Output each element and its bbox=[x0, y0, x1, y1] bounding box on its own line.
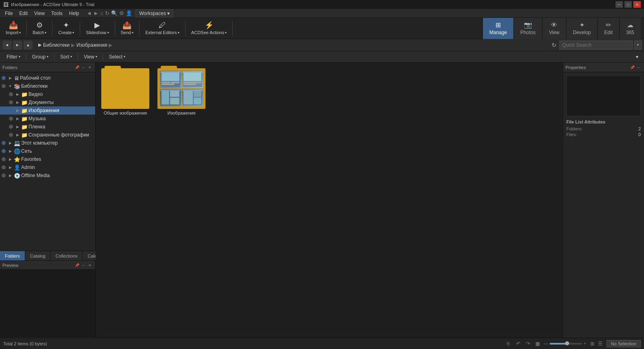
status-redo-button[interactable]: ↷ bbox=[524, 340, 532, 347]
view-button[interactable]: View ▾ bbox=[81, 53, 100, 61]
sort-button[interactable]: Sort ▾ bbox=[57, 53, 75, 61]
view-thumbnail-button[interactable]: ⊞ bbox=[589, 340, 596, 347]
breadcrumb-images[interactable]: Изображения bbox=[76, 42, 107, 48]
panel-minimize-button[interactable]: ─ bbox=[81, 65, 86, 70]
nav-refresh-icon[interactable]: ↻ bbox=[105, 10, 109, 16]
content-area[interactable]: Общие изображения bbox=[96, 63, 563, 338]
status-undo-button[interactable]: ↶ bbox=[515, 340, 522, 347]
tab-collections[interactable]: Collections bbox=[51, 251, 83, 260]
folder-item-images[interactable]: Изображения bbox=[155, 66, 208, 118]
external-editors-button[interactable]: 🖊 External Editors ▾ bbox=[143, 19, 182, 38]
tree-toggle-network[interactable]: ▶ bbox=[7, 148, 13, 154]
send-button[interactable]: 📤 Send ▾ bbox=[118, 19, 136, 38]
tree-item-saved-photos[interactable]: ▶ 📁 Сохраненные фотографии bbox=[0, 131, 95, 139]
tree-toggle-favorites[interactable]: ▶ bbox=[7, 156, 13, 162]
tree-toggle-computer[interactable]: ▶ bbox=[7, 140, 13, 146]
nav-user-icon[interactable]: 👤 bbox=[126, 10, 132, 16]
preview-cell-2 bbox=[182, 71, 203, 88]
toolbar-sep-2 bbox=[52, 21, 52, 36]
tree-item-network[interactable]: ▶ 🌐 Сеть bbox=[0, 147, 95, 155]
view-mode-toggle[interactable]: ▾ bbox=[633, 53, 641, 61]
tree-toggle-offline-media[interactable]: ▶ bbox=[7, 173, 13, 178]
preview-pin-button[interactable]: 📌 bbox=[74, 262, 80, 268]
nav-forward-icon[interactable]: ► bbox=[93, 10, 98, 16]
nav-back-icon[interactable]: ◄ bbox=[87, 10, 92, 16]
tree-toggle-images[interactable]: ▶ bbox=[15, 108, 20, 113]
tree-toggle-film[interactable]: ▶ bbox=[15, 124, 20, 130]
search-dropdown-button[interactable]: ▾ bbox=[634, 41, 642, 50]
tree-item-libraries[interactable]: ▼ 📚 Библиотеки bbox=[0, 82, 95, 90]
mode-photos[interactable]: 📷 Photos bbox=[513, 18, 542, 39]
slideshow-icon: ▶ bbox=[94, 22, 100, 29]
tree-toggle-admin[interactable]: ▶ bbox=[7, 165, 13, 170]
quick-search-input[interactable] bbox=[559, 41, 633, 50]
tree-item-offline-media[interactable]: ▶ 💿 Offline Media bbox=[0, 171, 95, 180]
status-grid-button[interactable]: ▦ bbox=[534, 340, 541, 347]
nav-home-icon[interactable]: ⌂ bbox=[100, 10, 103, 16]
menu-file[interactable]: File bbox=[2, 10, 16, 17]
menu-help[interactable]: Help bbox=[66, 10, 83, 17]
tree-toggle-saved-photos[interactable]: ▶ bbox=[15, 132, 20, 138]
search-refresh-icon[interactable]: ↻ bbox=[550, 41, 558, 49]
toolbar-sep-3 bbox=[80, 21, 80, 36]
filter-bar: Filter ▾ Group ▾ Sort ▾ View ▾ Select ▾ … bbox=[0, 51, 644, 63]
nav-up-button[interactable]: ▲ bbox=[24, 41, 33, 50]
group-button[interactable]: Group ▾ bbox=[29, 53, 52, 61]
tree-item-film[interactable]: ▶ 📁 Пленка bbox=[0, 123, 95, 131]
tree-toggle-libraries[interactable]: ▼ bbox=[7, 83, 13, 89]
minimize-button[interactable]: ─ bbox=[616, 1, 623, 8]
size-slider[interactable]: — + bbox=[544, 341, 586, 346]
filter-button[interactable]: Filter ▾ bbox=[3, 53, 24, 61]
tree-item-desktop[interactable]: ▶ 🖥 Рабочий стол bbox=[0, 74, 95, 82]
tab-catalog[interactable]: Catalog bbox=[25, 251, 51, 260]
tree-toggle-desktop[interactable]: ▶ bbox=[7, 75, 13, 81]
tree-item-documents[interactable]: ▶ 📁 Документы bbox=[0, 98, 95, 106]
status-copy-button[interactable]: ⎘ bbox=[505, 340, 512, 347]
properties-minimize-button[interactable]: ─ bbox=[636, 65, 642, 70]
slideshow-button[interactable]: ▶ Slideshow ▾ bbox=[83, 19, 111, 38]
tree-item-admin[interactable]: ▶ 👤 Admin bbox=[0, 163, 95, 171]
tree-item-favorites[interactable]: ▶ ⭐ Favorites bbox=[0, 155, 95, 163]
tree-item-images[interactable]: ▶ 📁 Изображения bbox=[0, 106, 95, 115]
close-button[interactable]: ✕ bbox=[633, 1, 641, 8]
nav-back-button[interactable]: ◄ bbox=[2, 41, 11, 50]
slider-handle[interactable] bbox=[565, 341, 569, 345]
tree-item-video[interactable]: ▶ 📁 Видео bbox=[0, 90, 95, 98]
tree-toggle-documents[interactable]: ▶ bbox=[15, 100, 20, 105]
preview-content bbox=[0, 270, 95, 338]
nav-settings-icon[interactable]: ⚙ bbox=[119, 10, 124, 16]
mode-manage[interactable]: ⊞ Manage bbox=[482, 18, 513, 39]
menu-edit[interactable]: Edit bbox=[16, 10, 31, 17]
mode-develop[interactable]: ✦ Develop bbox=[566, 18, 597, 39]
batch-button[interactable]: ⚙ Batch ▾ bbox=[30, 19, 49, 38]
tree-toggle-video[interactable]: ▶ bbox=[15, 91, 20, 97]
preview-minimize-button[interactable]: ─ bbox=[81, 262, 86, 268]
menu-tools[interactable]: Tools bbox=[48, 10, 66, 17]
panel-close-button[interactable]: ✕ bbox=[87, 65, 93, 70]
breadcrumb-libraries[interactable]: Библиотеки bbox=[43, 42, 70, 48]
create-button[interactable]: ✦ Create ▾ bbox=[56, 19, 76, 38]
tree-toggle-music[interactable]: ▶ bbox=[15, 116, 20, 121]
tab-folders[interactable]: Folders bbox=[0, 251, 25, 260]
folder-item-general[interactable]: Общие изображения bbox=[99, 66, 152, 118]
nav-forward-button[interactable]: ► bbox=[13, 41, 22, 50]
properties-pin-button[interactable]: 📌 bbox=[629, 65, 635, 70]
status-bar-left: Total 2 items (0 bytes) bbox=[3, 341, 47, 346]
nav-search-icon[interactable]: 🔍 bbox=[111, 10, 118, 16]
workspaces-button[interactable]: Workspaces ▾ bbox=[135, 9, 173, 17]
view-list-button[interactable]: ☰ bbox=[597, 340, 604, 347]
slider-track[interactable] bbox=[550, 343, 582, 345]
tree-item-computer[interactable]: ▶ 💻 Этот компьютер bbox=[0, 139, 95, 147]
import-button[interactable]: 📥 Import ▾ bbox=[3, 19, 23, 38]
mode-view[interactable]: 👁 View bbox=[542, 18, 566, 39]
preview-close-button[interactable]: ✕ bbox=[87, 262, 93, 268]
select-button[interactable]: Select ▾ bbox=[106, 53, 129, 61]
panel-pin-button[interactable]: 📌 bbox=[74, 65, 80, 70]
menu-view[interactable]: View bbox=[31, 10, 48, 17]
maximize-button[interactable]: □ bbox=[624, 1, 632, 8]
svg-rect-8 bbox=[183, 84, 196, 85]
tree-item-music[interactable]: ▶ 📁 Музыка bbox=[0, 115, 95, 123]
acdsee-actions-button[interactable]: ⚡ ACDSee Actions ▾ bbox=[189, 19, 229, 38]
mode-edit[interactable]: ✏ Edit bbox=[597, 18, 619, 39]
mode-365[interactable]: ☁ 365 bbox=[619, 18, 641, 39]
